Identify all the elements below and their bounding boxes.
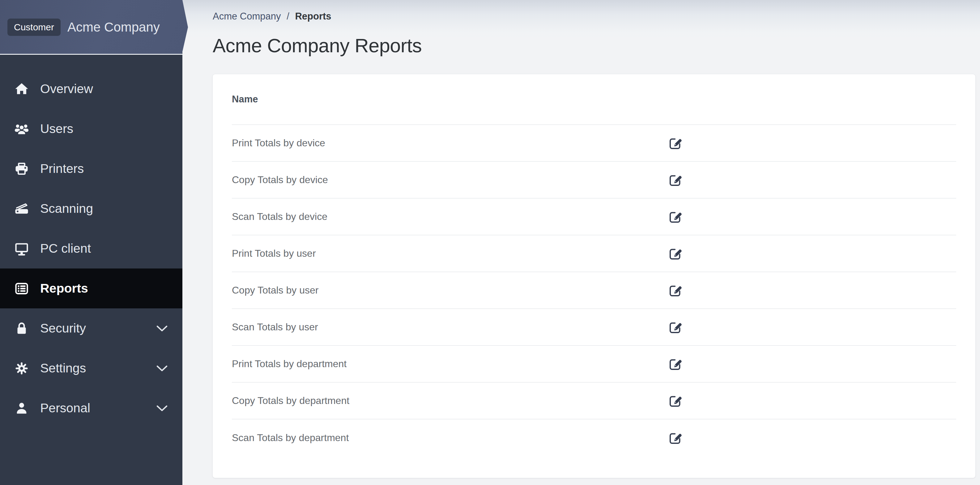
report-name: Print Totals by department [232, 358, 347, 370]
sidebar-item-label: Scanning [40, 201, 93, 216]
customer-banner: Customer Acme Company [0, 0, 188, 54]
breadcrumb-separator: / [286, 11, 290, 22]
scanner-icon [14, 201, 30, 217]
edit-report-button[interactable] [669, 394, 683, 408]
monitor-icon [14, 241, 30, 257]
table-header-name: Name [232, 74, 956, 125]
edit-report-button[interactable] [669, 283, 683, 298]
edit-report-button[interactable] [669, 320, 683, 334]
app-window: Customer Acme Company Overview [0, 0, 980, 485]
sidebar-item-label: Printers [40, 161, 84, 176]
breadcrumb-current: Reports [295, 11, 331, 22]
report-name: Copy Totals by device [232, 174, 328, 186]
banner-separator [0, 54, 182, 55]
table-row[interactable]: Copy Totals by department [232, 383, 956, 420]
sidebar-item-label: Reports [40, 281, 88, 296]
person-icon [14, 400, 30, 416]
report-name: Copy Totals by user [232, 285, 318, 296]
sidebar-item-personal[interactable]: Personal [0, 388, 182, 428]
sidebar-item-security[interactable]: Security [0, 308, 182, 348]
home-icon [14, 81, 30, 97]
edit-report-button[interactable] [669, 431, 683, 445]
chevron-down-icon [155, 364, 169, 373]
table-row[interactable]: Scan Totals by department [232, 420, 956, 456]
table-row[interactable]: Copy Totals by user [232, 272, 956, 309]
edit-report-button[interactable] [669, 173, 683, 187]
table-row[interactable]: Print Totals by user [232, 235, 956, 272]
lock-icon [14, 321, 30, 337]
report-name: Print Totals by device [232, 137, 325, 149]
sidebar-item-label: Users [40, 121, 73, 136]
main-content: Acme Company / Reports Acme Company Repo… [182, 0, 980, 485]
sidebar-item-label: PC client [40, 241, 91, 256]
sidebar-item-label: Overview [40, 81, 93, 96]
sidebar-item-label: Security [40, 321, 86, 336]
table-row[interactable]: Print Totals by department [232, 346, 956, 383]
table-row[interactable]: Print Totals by device [232, 125, 956, 162]
sidebar-item-scanning[interactable]: Scanning [0, 189, 182, 228]
report-name: Scan Totals by user [232, 321, 318, 333]
table-list-icon [14, 281, 30, 297]
table-row[interactable]: Copy Totals by device [232, 162, 956, 199]
sidebar-item-printers[interactable]: Printers [0, 149, 182, 189]
sidebar-item-label: Settings [40, 361, 86, 375]
printer-icon [14, 161, 30, 177]
gear-icon [14, 361, 30, 377]
edit-report-button[interactable] [669, 136, 683, 150]
table-row[interactable]: Scan Totals by user [232, 309, 956, 346]
chevron-down-icon [155, 324, 169, 333]
sidebar-item-settings[interactable]: Settings [0, 348, 182, 388]
report-name: Scan Totals by device [232, 211, 328, 222]
report-name: Copy Totals by department [232, 395, 349, 407]
chevron-down-icon [155, 404, 169, 413]
sidebar: Customer Acme Company Overview [0, 0, 182, 485]
sidebar-item-label: Personal [40, 401, 90, 415]
sidebar-item-overview[interactable]: Overview [0, 69, 182, 109]
customer-badge: Customer [8, 19, 60, 36]
sidebar-menu: Overview Users [0, 0, 182, 428]
users-group-icon [14, 121, 30, 137]
edit-report-button[interactable] [669, 210, 683, 224]
report-name: Print Totals by user [232, 248, 316, 259]
edit-report-button[interactable] [669, 247, 683, 261]
page-title: Acme Company Reports [213, 34, 975, 57]
sidebar-item-reports[interactable]: Reports [0, 268, 182, 308]
report-name: Scan Totals by department [232, 432, 349, 444]
breadcrumb: Acme Company / Reports [213, 0, 975, 22]
breadcrumb-parent-link[interactable]: Acme Company [213, 11, 281, 22]
company-name: Acme Company [67, 20, 160, 35]
edit-report-button[interactable] [669, 357, 683, 371]
reports-card: Name Print Totals by device Copy Totals … [213, 74, 975, 478]
sidebar-item-pc-client[interactable]: PC client [0, 228, 182, 268]
sidebar-item-users[interactable]: Users [0, 109, 182, 149]
table-row[interactable]: Scan Totals by device [232, 199, 956, 235]
